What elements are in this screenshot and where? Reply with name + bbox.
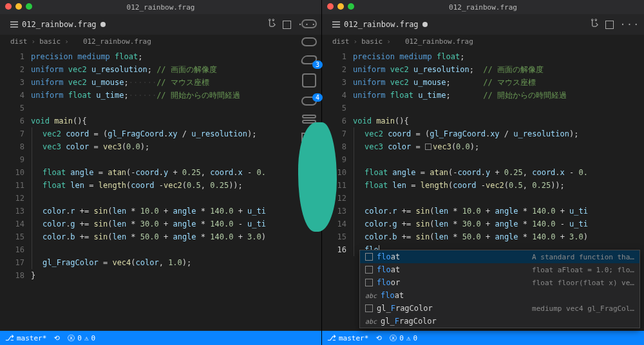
sync-button[interactable]: ⟳ xyxy=(54,334,60,342)
error-icon: ⓧ xyxy=(390,333,397,343)
file-icon xyxy=(10,21,18,28)
titlebar: 012_rainbow.frag xyxy=(0,0,321,14)
suggestion-label: float xyxy=(381,291,404,300)
suggestion-label: gl_FragColor xyxy=(381,317,437,326)
breadcrumb-part[interactable]: dist xyxy=(332,37,350,46)
suggestion-item[interactable]: abcgl_FragColor xyxy=(360,315,639,328)
warning-icon: ⚠ xyxy=(406,334,411,342)
modified-dot-icon xyxy=(422,22,428,27)
breadcrumb[interactable]: dist › basic › 012_rainbow.frag xyxy=(0,35,321,48)
breadcrumb-part[interactable]: basic xyxy=(361,37,383,46)
text-kind-icon: abc xyxy=(365,292,377,299)
file-icon xyxy=(73,39,79,44)
breadcrumb-part[interactable]: 012_rainbow.frag xyxy=(83,37,151,46)
chevron-right-icon: › xyxy=(32,37,36,46)
statusbar: ⎇ master* ⟳ ⓧ0 ⚠0 xyxy=(322,331,644,345)
line-badge[interactable]: 3 xyxy=(312,61,323,69)
branch-icon: ⎇ xyxy=(5,333,14,342)
tab-label: 012_rainbow.frag xyxy=(22,20,97,29)
modified-dot-icon xyxy=(100,22,106,27)
symbol-kind-icon xyxy=(365,279,373,286)
file-icon xyxy=(395,39,401,44)
editor-pane-left: 012_rainbow.frag 012_rainbow.frag ··· di… xyxy=(0,0,322,345)
git-branch[interactable]: ⎇ master* xyxy=(327,333,368,342)
line-gutter: 123456789101112131415161718 xyxy=(0,48,31,331)
overview-badges: 3 4 xyxy=(312,61,323,102)
suggestion-label: gl_FragColor xyxy=(377,304,433,313)
error-icon: ⓧ xyxy=(68,333,75,343)
sync-icon: ⟳ xyxy=(54,334,60,342)
suggestion-item[interactable]: gl_FragColormediump vec4 gl_FragCol… xyxy=(360,302,639,315)
tab-label: 012_rainbow.frag xyxy=(344,20,419,29)
problems[interactable]: ⓧ0 ⚠0 xyxy=(390,333,417,343)
more-actions-icon[interactable]: ··· xyxy=(620,19,640,30)
annotation-blob xyxy=(298,122,337,232)
breadcrumb[interactable]: dist › basic › 012_rainbow.frag xyxy=(322,35,644,48)
zoom-window-icon[interactable] xyxy=(26,3,32,10)
git-branch[interactable]: ⎇ master* xyxy=(5,333,46,342)
close-window-icon[interactable] xyxy=(5,3,12,10)
suggestion-label: float xyxy=(377,265,400,274)
code-editor[interactable]: 123456789101112131415161718 precision me… xyxy=(0,48,321,331)
editor-pane-right: 012_rainbow.frag 012_rainbow.frag ··· di… xyxy=(322,0,644,345)
suggestion-doc: A standard function tha… xyxy=(532,253,634,261)
window-title: 012_rainbow.frag xyxy=(449,3,517,12)
suggestion-item[interactable]: floorfloat floor(float x) ve… xyxy=(360,276,639,289)
suggestion-doc: mediump vec4 gl_FragCol… xyxy=(532,304,634,313)
text-kind-icon: abc xyxy=(365,318,377,325)
suggestion-label: floor xyxy=(377,278,400,287)
window-title: 012_rainbow.frag xyxy=(127,3,195,12)
warning-icon: ⚠ xyxy=(84,334,89,342)
breadcrumb-part[interactable]: basic xyxy=(39,37,61,46)
split-editor-icon[interactable] xyxy=(605,21,614,29)
shape-icon xyxy=(301,37,317,46)
tab-file[interactable]: 012_rainbow.frag xyxy=(326,14,434,35)
line-badge[interactable]: 4 xyxy=(312,93,323,102)
minimize-window-icon[interactable] xyxy=(337,3,344,10)
compare-changes-icon[interactable] xyxy=(589,19,599,30)
tab-file[interactable]: 012_rainbow.frag xyxy=(4,14,112,35)
sync-icon: ⟳ xyxy=(376,334,382,342)
symbol-kind-icon xyxy=(365,266,373,274)
titlebar: 012_rainbow.frag xyxy=(322,0,644,14)
breadcrumb-part[interactable]: 012_rainbow.frag xyxy=(405,37,473,46)
suggestion-label: float xyxy=(377,252,400,261)
window-traffic-lights[interactable] xyxy=(327,3,354,10)
shape-icon xyxy=(301,19,317,28)
zoom-window-icon[interactable] xyxy=(348,3,354,10)
chevron-right-icon: › xyxy=(354,37,358,46)
symbol-kind-icon xyxy=(365,253,373,261)
minimize-window-icon[interactable] xyxy=(15,3,22,10)
window-traffic-lights[interactable] xyxy=(5,3,32,10)
suggestion-doc: float aFloat = 1.0; flo… xyxy=(532,266,634,274)
intellisense-popup[interactable]: floatA standard function tha…floatfloat … xyxy=(359,250,640,328)
branch-icon: ⎇ xyxy=(327,333,336,342)
code-body[interactable]: precision mediump float;uniform vec2 u_r… xyxy=(31,48,321,331)
compare-changes-icon[interactable] xyxy=(267,19,276,30)
chevron-right-icon: › xyxy=(64,37,69,46)
chevron-right-icon: › xyxy=(386,37,391,46)
suggestion-item[interactable]: floatfloat aFloat = 1.0; flo… xyxy=(360,263,639,276)
file-icon xyxy=(332,21,340,28)
split-editor-icon[interactable] xyxy=(283,21,291,29)
tabbar: 012_rainbow.frag ··· xyxy=(322,14,644,35)
sync-button[interactable]: ⟳ xyxy=(376,334,382,342)
statusbar: ⎇ master* ⟳ ⓧ0 ⚠0 xyxy=(0,331,321,345)
breadcrumb-part[interactable]: dist xyxy=(10,37,28,46)
suggestion-doc: float floor(float x) ve… xyxy=(532,279,634,287)
suggestion-item[interactable]: floatA standard function tha… xyxy=(360,250,639,263)
symbol-kind-icon xyxy=(365,304,373,312)
close-window-icon[interactable] xyxy=(327,3,334,10)
tabbar: 012_rainbow.frag ··· xyxy=(0,14,321,35)
problems[interactable]: ⓧ0 ⚠0 xyxy=(68,333,95,343)
suggestion-item[interactable]: abcfloat xyxy=(360,289,639,302)
